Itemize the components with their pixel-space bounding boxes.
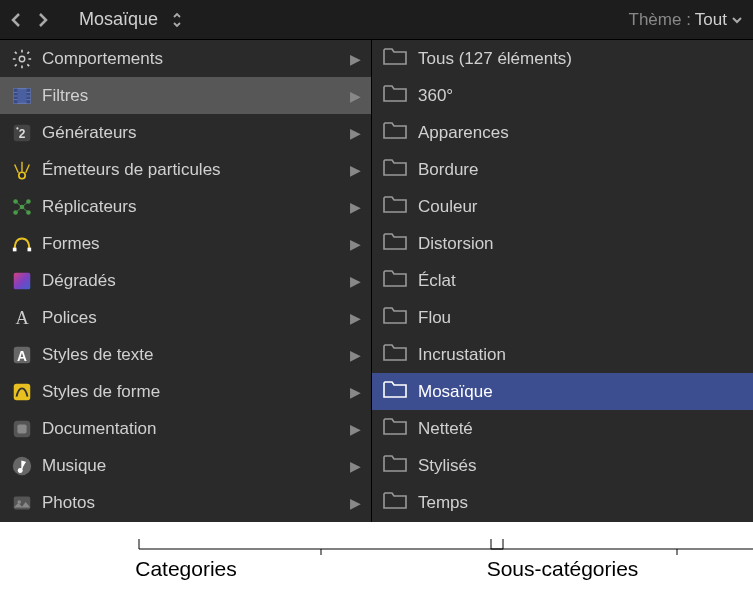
browser-panels: Comportements▶Filtres▶2Générateurs▶Émett… xyxy=(0,40,753,522)
bracket-icon xyxy=(135,537,507,555)
folder-icon xyxy=(382,342,418,367)
subcategory-item[interactable]: Couleur xyxy=(372,188,753,225)
disclosure-triangle-icon: ▶ xyxy=(350,51,361,67)
category-label: Filtres xyxy=(42,86,350,106)
nav-arrows xyxy=(10,12,49,28)
category-label: Réplicateurs xyxy=(42,197,350,217)
folder-icon xyxy=(382,490,418,515)
folder-icon xyxy=(382,231,418,256)
category-item[interactable]: APolices▶ xyxy=(0,299,371,336)
folder-icon xyxy=(382,416,418,441)
subcategory-label: Couleur xyxy=(418,197,743,217)
category-label: Générateurs xyxy=(42,123,350,143)
photos-icon xyxy=(10,491,34,515)
path-title[interactable]: Mosaïque xyxy=(79,9,158,30)
disclosure-triangle-icon: ▶ xyxy=(350,347,361,363)
gear-icon xyxy=(10,47,34,71)
subcategory-item[interactable]: Tous (127 éléments) xyxy=(372,40,753,77)
svg-point-0 xyxy=(19,56,25,62)
folder-icon xyxy=(382,46,418,71)
category-label: Comportements xyxy=(42,49,350,69)
category-item[interactable]: 2Générateurs▶ xyxy=(0,114,371,151)
particle-icon xyxy=(10,158,34,182)
subcategory-label: Netteté xyxy=(418,419,743,439)
subcategory-item[interactable]: Vidéo xyxy=(372,521,753,522)
category-label: Photos xyxy=(42,493,350,513)
subcategory-item[interactable]: Temps xyxy=(372,484,753,521)
back-button[interactable] xyxy=(10,12,22,28)
subcategory-label: 360° xyxy=(418,86,743,106)
subcategory-label: Apparences xyxy=(418,123,743,143)
svg-rect-24 xyxy=(13,247,17,251)
theme-label: Thème : xyxy=(629,10,691,30)
category-item[interactable]: Filtres▶ xyxy=(0,77,371,114)
subcategory-item[interactable]: Distorsion xyxy=(372,225,753,262)
folder-icon xyxy=(382,83,418,108)
subcategory-item[interactable]: 360° xyxy=(372,77,753,114)
subcategory-item[interactable]: Stylisés xyxy=(372,447,753,484)
category-item[interactable]: Comportements▶ xyxy=(0,40,371,77)
category-item[interactable]: Contenu▶ xyxy=(0,521,371,522)
category-label: Dégradés xyxy=(42,271,350,291)
subcategory-label: Temps xyxy=(418,493,743,513)
category-item[interactable]: Musique▶ xyxy=(0,447,371,484)
category-item[interactable]: Photos▶ xyxy=(0,484,371,521)
header: Mosaïque Thème : Tout xyxy=(0,0,753,40)
bracket-icon xyxy=(487,537,753,555)
theme-selector[interactable]: Thème : Tout xyxy=(629,10,744,30)
theme-value: Tout xyxy=(695,10,727,30)
subcategory-item[interactable]: Apparences xyxy=(372,114,753,151)
subcategory-item[interactable]: Éclat xyxy=(372,262,753,299)
svg-rect-25 xyxy=(28,247,32,251)
subcategory-item[interactable]: Bordure xyxy=(372,151,753,188)
folder-icon xyxy=(382,157,418,182)
film-icon xyxy=(10,84,34,108)
category-label: Formes xyxy=(42,234,350,254)
disclosure-triangle-icon: ▶ xyxy=(350,162,361,178)
disclosure-triangle-icon: ▶ xyxy=(350,199,361,215)
subcategory-item[interactable]: Flou xyxy=(372,299,753,336)
svg-point-12 xyxy=(16,127,18,129)
folder-icon xyxy=(382,305,418,330)
svg-text:A: A xyxy=(15,308,29,328)
category-item[interactable]: Dégradés▶ xyxy=(0,262,371,299)
category-item[interactable]: AStyles de texte▶ xyxy=(0,336,371,373)
category-item[interactable]: Émetteurs de particules▶ xyxy=(0,151,371,188)
category-item[interactable]: Documentation▶ xyxy=(0,410,371,447)
documentation-icon xyxy=(10,417,34,441)
text-style-icon: A xyxy=(10,343,34,367)
subcategories-annotation: Sous-catégories xyxy=(372,557,753,581)
svg-rect-30 xyxy=(14,383,31,400)
subcategory-label: Bordure xyxy=(418,160,743,180)
folder-icon xyxy=(382,120,418,145)
category-label: Polices xyxy=(42,308,350,328)
category-label: Styles de texte xyxy=(42,345,350,365)
category-item[interactable]: Styles de forme▶ xyxy=(0,373,371,410)
disclosure-triangle-icon: ▶ xyxy=(350,458,361,474)
font-a-icon: A xyxy=(10,306,34,330)
svg-text:2: 2 xyxy=(19,126,26,140)
subcategory-item[interactable]: Incrustation xyxy=(372,336,753,373)
disclosure-triangle-icon: ▶ xyxy=(350,495,361,511)
disclosure-triangle-icon: ▶ xyxy=(350,421,361,437)
subcategory-item[interactable]: Mosaïque xyxy=(372,373,753,410)
category-item[interactable]: Réplicateurs▶ xyxy=(0,188,371,225)
folder-icon xyxy=(382,453,418,478)
subcategory-label: Distorsion xyxy=(418,234,743,254)
forward-button[interactable] xyxy=(37,12,49,28)
svg-line-15 xyxy=(15,164,19,172)
replicator-icon xyxy=(10,195,34,219)
folder-icon xyxy=(382,268,418,293)
footer-annotations: Categories Sous-catégories xyxy=(0,522,753,612)
path-stepper-icon[interactable] xyxy=(172,11,182,29)
svg-point-13 xyxy=(19,172,25,178)
subcategory-label: Flou xyxy=(418,308,743,328)
svg-rect-26 xyxy=(14,272,31,289)
folder-icon xyxy=(382,379,418,404)
category-item[interactable]: Formes▶ xyxy=(0,225,371,262)
subcategory-item[interactable]: Netteté xyxy=(372,410,753,447)
folder-icon xyxy=(382,194,418,219)
gradient-icon xyxy=(10,269,34,293)
disclosure-triangle-icon: ▶ xyxy=(350,88,361,104)
shape-style-icon xyxy=(10,380,34,404)
